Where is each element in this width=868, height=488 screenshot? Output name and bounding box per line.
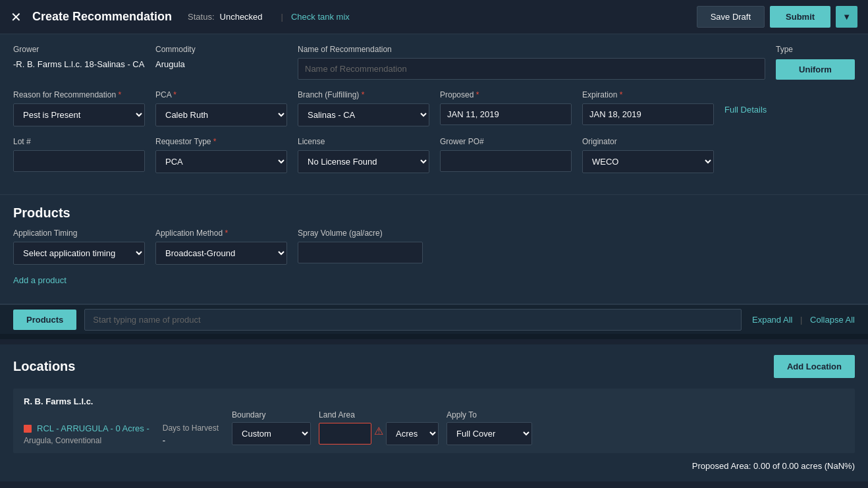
- commodity-group: Commodity Arugula: [155, 45, 287, 70]
- add-location-button[interactable]: Add Location: [774, 355, 855, 378]
- full-details-link[interactable]: Full Details: [724, 105, 767, 115]
- grower-value: -R. B. Farms L.l.c. 18-Salinas - CA: [13, 58, 145, 70]
- farm-name: R. B. Farms L.l.c.: [24, 396, 844, 406]
- lot-group: Lot #: [13, 137, 145, 172]
- uniform-button[interactable]: Uniform: [776, 59, 855, 80]
- top-actions: Save Draft Submit ▼: [697, 6, 857, 28]
- grower-po-label: Grower PO#: [440, 137, 572, 146]
- name-rec-label: Name of Recommendation: [298, 45, 765, 54]
- expiration-group: Expiration *: [582, 90, 714, 125]
- form-row-2: Reason for Recommendation * Pest is Pres…: [13, 90, 855, 126]
- expand-collapse-area: Expand All | Collapse All: [752, 315, 855, 325]
- products-row: Application Timing Select application ti…: [13, 229, 855, 265]
- boundary-select[interactable]: Custom Field Block: [232, 422, 311, 445]
- grower-label: Grower: [13, 45, 145, 54]
- close-button[interactable]: ✕: [11, 9, 22, 25]
- acres-select[interactable]: Acres Hectares: [386, 422, 439, 445]
- timing-select[interactable]: Select application timing Pre-plant At-p…: [13, 242, 145, 265]
- location-row: R. B. Farms L.l.c. RCL - ARRUGULA - 0 Ac…: [13, 389, 855, 453]
- type-label: Type: [776, 45, 855, 54]
- requestor-type-label: Requestor Type *: [155, 137, 287, 146]
- form-area: Grower -R. B. Farms L.l.c. 18-Salinas - …: [0, 34, 868, 194]
- license-select[interactable]: No License Found: [298, 150, 429, 173]
- method-group: Application Method * Broadcast-Ground Ae…: [155, 229, 287, 265]
- check-tank-mix-link[interactable]: Check tank mix: [291, 12, 350, 22]
- apply-to-label: Apply To: [447, 410, 532, 420]
- method-label: Application Method *: [155, 229, 287, 238]
- save-draft-button[interactable]: Save Draft: [697, 6, 765, 28]
- proposed-area: Proposed Area: 0.00 of 0.00 acres (NaN%): [13, 453, 855, 471]
- collapse-all-link[interactable]: Collapse All: [810, 315, 855, 325]
- rcl-color-indicator: [24, 425, 32, 433]
- branch-select[interactable]: Salinas - CA: [298, 103, 429, 126]
- grower-group: Grower -R. B. Farms L.l.c. 18-Salinas - …: [13, 45, 145, 70]
- reason-label: Reason for Recommendation *: [13, 90, 145, 99]
- land-area-label: Land Area: [319, 410, 439, 420]
- full-details-group: Full Details: [724, 105, 767, 115]
- spray-group: Spray Volume (gal/acre) 0.000: [298, 229, 423, 263]
- page-title: Create Recommendation: [32, 10, 172, 24]
- location-sub: RCL - ARRUGULA - 0 Acres - Arugula, Conv…: [24, 410, 844, 445]
- requestor-type-select[interactable]: PCA Grower: [155, 150, 287, 173]
- timing-group: Application Timing Select application ti…: [13, 229, 145, 265]
- days-harvest-value: -: [163, 435, 219, 445]
- grower-po-input[interactable]: [440, 150, 572, 172]
- type-group: Type Uniform: [776, 45, 855, 80]
- submit-button[interactable]: Submit: [770, 6, 830, 28]
- boundary-group: Boundary Custom Field Block: [232, 410, 311, 445]
- add-product-label[interactable]: Add a product: [13, 275, 855, 285]
- products-section: Products Application Timing Select appli…: [0, 194, 868, 304]
- pca-select[interactable]: Caleb Ruth: [155, 103, 287, 126]
- status-area: Status: Unchecked | Check tank mix: [188, 12, 350, 22]
- locations-section: Locations Add Location R. B. Farms L.l.c…: [0, 344, 868, 481]
- expand-collapse-separator: |: [800, 315, 802, 325]
- pca-group: PCA * Caleb Ruth: [155, 90, 287, 126]
- license-group: License No License Found: [298, 137, 429, 173]
- expiration-input[interactable]: [582, 103, 714, 125]
- originator-select[interactable]: WECO: [582, 150, 714, 173]
- originator-group: Originator WECO: [582, 137, 714, 173]
- days-to-harvest-group: Days to Harvest -: [163, 423, 219, 445]
- reason-select[interactable]: Pest is Present Preventative Other: [13, 103, 145, 126]
- commodity-label: Commodity: [155, 45, 287, 54]
- lot-input[interactable]: [13, 150, 145, 172]
- method-select[interactable]: Broadcast-Ground Aerial Drip: [155, 242, 287, 265]
- timing-label: Application Timing: [13, 229, 145, 238]
- products-tab-button[interactable]: Products: [13, 310, 76, 330]
- form-row-3: Lot # Requestor Type * PCA Grower Licens…: [13, 137, 855, 173]
- days-harvest-label: Days to Harvest: [163, 423, 219, 433]
- proposed-input[interactable]: [440, 103, 572, 125]
- products-title: Products: [13, 195, 855, 229]
- commodity-value: Arugula: [155, 58, 287, 70]
- boundary-label: Boundary: [232, 410, 311, 420]
- proposed-label: Proposed *: [440, 90, 572, 99]
- reason-group: Reason for Recommendation * Pest is Pres…: [13, 90, 145, 126]
- products-tab-bar: Products Expand All | Collapse All: [0, 304, 868, 334]
- apply-to-select[interactable]: Full Cover Beds Only: [447, 422, 532, 445]
- section-divider: [0, 334, 868, 339]
- apply-to-group: Apply To Full Cover Beds Only: [447, 410, 532, 445]
- field-meta: Arugula, Conventional: [24, 436, 149, 445]
- name-rec-input[interactable]: [298, 58, 765, 80]
- warning-icon: ⚠: [374, 425, 383, 437]
- spray-input[interactable]: 0.000: [298, 242, 423, 263]
- submit-dropdown-button[interactable]: ▼: [836, 6, 857, 28]
- expand-all-link[interactable]: Expand All: [752, 315, 792, 325]
- proposed-group: Proposed *: [440, 90, 572, 125]
- form-row-1: Grower -R. B. Farms L.l.c. 18-Salinas - …: [13, 45, 855, 80]
- locations-header: Locations Add Location: [13, 355, 855, 378]
- requestor-type-group: Requestor Type * PCA Grower: [155, 137, 287, 173]
- spray-label: Spray Volume (gal/acre): [298, 229, 423, 238]
- field-name: RCL - ARRUGULA - 0 Acres -: [37, 423, 149, 433]
- land-area-group: Land Area 0.00 ⚠ Acres Hectares: [319, 410, 439, 445]
- status-value: Unchecked: [220, 12, 263, 22]
- land-area-input[interactable]: 0.00: [319, 423, 371, 445]
- expiration-label: Expiration *: [582, 90, 714, 99]
- proposed-area-label: Proposed Area:: [692, 461, 751, 471]
- name-rec-group: Name of Recommendation: [298, 45, 765, 80]
- branch-group: Branch (Fulfilling) * Salinas - CA: [298, 90, 429, 126]
- branch-label: Branch (Fulfilling) *: [298, 90, 429, 99]
- product-search-input[interactable]: [84, 309, 742, 331]
- originator-label: Originator: [582, 137, 714, 146]
- status-label: Status:: [188, 12, 214, 22]
